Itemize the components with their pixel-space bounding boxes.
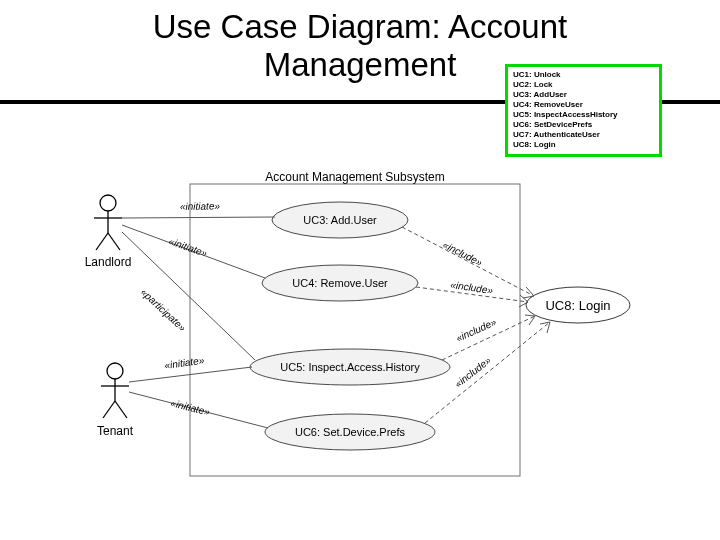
legend-item: UC2: Lock xyxy=(513,80,654,90)
actor-tenant-label: Tenant xyxy=(97,424,134,438)
stereotype-participate: «participate» xyxy=(139,286,189,333)
usecase-uc6-label: UC6: Set.Device.Prefs xyxy=(295,426,406,438)
actor-tenant: Tenant xyxy=(97,363,134,438)
legend-item: UC6: SetDevicePrefs xyxy=(513,120,654,130)
usecase-uc4-label: UC4: Remove.User xyxy=(292,277,388,289)
usecase-uc3-label: UC3: Add.User xyxy=(303,214,377,226)
usecase-uc5-label: UC5: Inspect.Access.History xyxy=(280,361,420,373)
svg-text:«include»: «include» xyxy=(454,316,498,344)
actor-landlord: Landlord xyxy=(85,195,132,269)
svg-line-4 xyxy=(108,233,120,250)
include-uc5-uc8: «include» xyxy=(442,315,535,360)
include-uc4-uc8: «include» xyxy=(416,279,528,307)
legend-item: UC5: InspectAccessHistory xyxy=(513,110,654,120)
svg-text:«include»: «include» xyxy=(452,354,493,389)
legend-item: UC4: RemoveUser xyxy=(513,100,654,110)
svg-text:«include»: «include» xyxy=(441,239,485,268)
stereotype-initiate: «initiate» xyxy=(164,354,206,371)
stereotype-initiate: «initiate» xyxy=(180,200,221,212)
legend-item: UC7: AuthenticateUser xyxy=(513,130,654,140)
svg-line-9 xyxy=(115,401,127,418)
svg-line-8 xyxy=(103,401,115,418)
legend-item: UC1: Unlock xyxy=(513,70,654,80)
usecase-uc8-label: UC8: Login xyxy=(545,298,610,313)
svg-point-5 xyxy=(107,363,123,379)
use-case-diagram: Account Management Subsystem Landlord Te… xyxy=(80,170,640,490)
stereotype-initiate: «initiate» xyxy=(167,235,209,259)
system-label: Account Management Subsystem xyxy=(265,170,444,184)
svg-point-0 xyxy=(100,195,116,211)
legend-item: UC8: Login xyxy=(513,140,654,150)
actor-landlord-label: Landlord xyxy=(85,255,132,269)
legend-box: UC1: Unlock UC2: Lock UC3: AddUser UC4: … xyxy=(505,64,662,157)
legend-item: UC3: AddUser xyxy=(513,90,654,100)
svg-text:«include»: «include» xyxy=(450,279,494,296)
assoc-landlord-uc3 xyxy=(122,217,275,218)
svg-line-3 xyxy=(96,233,108,250)
